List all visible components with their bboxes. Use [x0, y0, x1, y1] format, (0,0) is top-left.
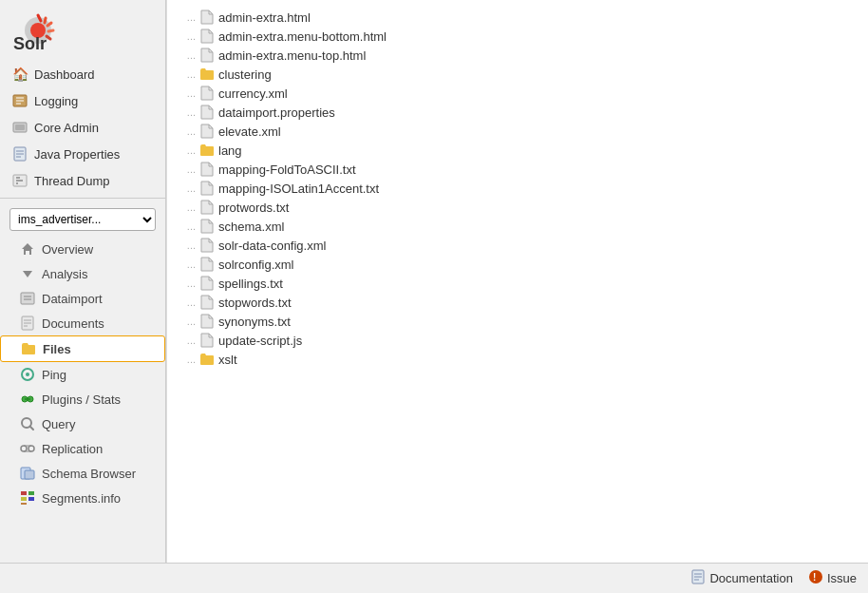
sidebar-sub-item-ping[interactable]: Ping [0, 362, 165, 387]
sidebar-sub-item-replication[interactable]: Replication [0, 436, 165, 461]
file-name: admin-extra.menu-bottom.html [218, 29, 387, 44]
file-icon [199, 10, 215, 25]
file-icon [199, 238, 215, 253]
sidebar-sub-item-schema-browser[interactable]: Schema Browser [0, 461, 165, 486]
sidebar-item-dashboard[interactable]: 🏠 Dashboard [0, 61, 165, 87]
file-name: spellings.txt [218, 277, 283, 291]
sidebar-sub-dataimport-label: Dataimport [42, 292, 103, 306]
sidebar-sub-overview-label: Overview [42, 242, 93, 257]
folder-icon [199, 143, 215, 158]
sidebar-item-thread-dump[interactable]: Thread Dump [0, 167, 165, 194]
file-name: schema.xml [218, 220, 284, 234]
analysis-icon [19, 265, 36, 282]
file-icon [199, 333, 215, 348]
ping-icon [19, 366, 36, 383]
schema-browser-icon [19, 465, 36, 482]
issue-tracker-label: Issue [827, 571, 857, 585]
tree-prefix: ... [167, 125, 196, 137]
documents-icon [19, 315, 36, 332]
file-name: synonyms.txt [218, 315, 291, 329]
sidebar-sub-plugins-stats-label: Plugins / Stats [42, 392, 121, 407]
svg-rect-46 [28, 497, 34, 501]
file-name: stopwords.txt [218, 296, 292, 310]
file-browser[interactable]: ...admin-extra.html...admin-extra.menu-b… [166, 0, 868, 563]
tree-prefix: ... [167, 258, 196, 270]
sidebar-sub-item-files[interactable]: Files [0, 335, 165, 362]
sidebar-sub-item-query[interactable]: Query [0, 411, 165, 436]
list-item[interactable]: ...admin-extra.html [167, 8, 868, 27]
svg-point-31 [26, 373, 29, 376]
svg-rect-44 [28, 491, 34, 495]
sidebar-sub-ping-label: Ping [42, 368, 66, 382]
list-item[interactable]: ...solr-data-config.xml [167, 236, 868, 255]
list-item[interactable]: ...elevate.xml [167, 122, 868, 141]
tree-prefix: ... [167, 335, 196, 346]
svg-rect-13 [15, 124, 25, 130]
tree-prefix: ... [167, 30, 196, 42]
nav-items: 🏠 Dashboard Logging Core Admin Java Pr [0, 61, 165, 194]
sidebar-sub-replication-label: Replication [42, 442, 103, 456]
list-item[interactable]: ...dataimport.properties [167, 103, 868, 122]
tree-prefix: ... [167, 354, 196, 365]
file-name: admin-extra.html [218, 10, 311, 25]
file-list: ...admin-extra.html...admin-extra.menu-b… [167, 8, 868, 369]
sidebar-sub-item-overview[interactable]: Overview [0, 237, 165, 261]
core-selector[interactable]: ims_advertiser... [9, 208, 156, 231]
svg-text:Solr: Solr [13, 34, 47, 53]
sidebar-sub-analysis-label: Analysis [42, 267, 87, 281]
tree-prefix: ... [167, 277, 196, 289]
tree-prefix: ... [167, 144, 196, 156]
svg-point-37 [21, 446, 27, 451]
sidebar-item-core-admin[interactable]: Core Admin [0, 114, 165, 141]
file-icon [199, 200, 215, 215]
svg-line-4 [48, 30, 53, 31]
sidebar-sub-item-analysis[interactable]: Analysis [0, 261, 165, 286]
tree-prefix: ... [167, 316, 196, 327]
list-item[interactable]: ...admin-extra.menu-top.html [167, 46, 868, 65]
list-item[interactable]: ...solrconfig.xml [167, 255, 868, 274]
file-icon [199, 219, 215, 234]
divider-1 [0, 198, 165, 199]
list-item[interactable]: ...update-script.js [167, 331, 868, 350]
file-icon [199, 162, 215, 177]
file-name: lang [218, 143, 242, 158]
tree-prefix: ... [167, 11, 196, 23]
tree-prefix: ... [167, 49, 196, 61]
sidebar-sub-item-documents[interactable]: Documents [0, 311, 165, 335]
list-item[interactable]: ...schema.xml [167, 217, 868, 236]
file-icon [199, 314, 215, 329]
svg-rect-42 [25, 470, 34, 479]
core-dropdown[interactable]: ims_advertiser... [9, 208, 156, 231]
sidebar-sub-item-plugins-stats[interactable]: Plugins / Stats [0, 387, 165, 411]
sidebar-sub-item-segments-info[interactable]: Segments.info [0, 486, 165, 510]
svg-rect-47 [21, 503, 27, 505]
list-item[interactable]: ...mapping-ISOLatin1Accent.txt [167, 179, 868, 198]
list-item[interactable]: ...currency.xml [167, 84, 868, 103]
java-properties-icon [11, 145, 28, 163]
svg-rect-23 [21, 293, 34, 304]
list-item[interactable]: ...xslt [167, 350, 868, 369]
issue-tracker-link[interactable]: ! Issue [808, 569, 857, 587]
file-icon [199, 105, 215, 120]
list-item[interactable]: ...clustering [167, 65, 868, 84]
replication-icon [19, 440, 36, 457]
core-admin-icon [11, 119, 28, 136]
svg-text:!: ! [813, 572, 816, 583]
file-icon [199, 181, 215, 196]
list-item[interactable]: ...spellings.txt [167, 274, 868, 293]
sidebar-item-java-properties[interactable]: Java Properties [0, 141, 165, 167]
tree-prefix: ... [167, 296, 196, 308]
file-name: solrconfig.xml [218, 258, 293, 272]
sidebar-sub-item-dataimport[interactable]: Dataimport [0, 286, 165, 311]
sidebar-item-logging[interactable]: Logging [0, 87, 165, 114]
list-item[interactable]: ...admin-extra.menu-bottom.html [167, 27, 868, 46]
svg-marker-22 [23, 271, 32, 277]
list-item[interactable]: ...lang [167, 141, 868, 160]
list-item[interactable]: ...mapping-FoldToASCII.txt [167, 160, 868, 179]
list-item[interactable]: ...protwords.txt [167, 198, 868, 217]
file-name: protwords.txt [218, 201, 289, 215]
list-item[interactable]: ...stopwords.txt [167, 293, 868, 312]
documentation-link[interactable]: Documentation [690, 569, 792, 587]
list-item[interactable]: ...synonyms.txt [167, 312, 868, 331]
sidebar-item-thread-dump-label: Thread Dump [34, 174, 109, 188]
